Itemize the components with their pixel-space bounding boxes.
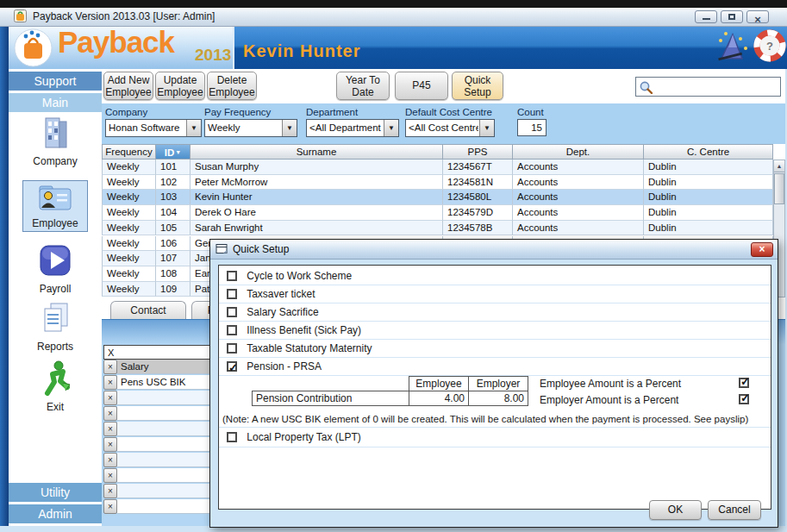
checkbox-statutory-maternity[interactable] xyxy=(227,343,237,354)
option-row: Local Property Tax (LPT) xyxy=(219,428,771,448)
chevron-down-icon[interactable] xyxy=(384,120,398,136)
pension-employee-value[interactable]: 4.00 xyxy=(409,391,469,406)
company-icon xyxy=(38,115,72,151)
chevron-down-icon[interactable] xyxy=(186,120,201,136)
checkbox-salary-sacrifice[interactable] xyxy=(227,307,237,317)
checkbox-employee-percent[interactable] xyxy=(739,378,749,388)
brand-name: Payback xyxy=(58,25,174,59)
delete-element-icon[interactable] xyxy=(103,437,117,452)
window-left-frame xyxy=(0,27,9,526)
count-label: Count xyxy=(517,107,544,117)
sidebar-section-support[interactable]: Support xyxy=(9,72,102,91)
pay-frequency-filter-label: Pay Frequency xyxy=(204,107,271,117)
table-row[interactable]: Weekly 102 Peter McMorrow 1234581N Accou… xyxy=(102,175,773,191)
column-header-id[interactable]: ID xyxy=(156,144,191,160)
chevron-down-icon[interactable] xyxy=(479,120,494,136)
update-employee-button[interactable]: Update Employee xyxy=(155,72,205,100)
tab-contact[interactable]: Contact xyxy=(110,301,186,319)
year-to-date-button[interactable]: Year To Date xyxy=(336,72,390,100)
company-filter-label: Company xyxy=(105,107,147,117)
ok-button[interactable]: OK xyxy=(649,500,702,520)
checkbox-employer-percent[interactable] xyxy=(739,394,749,404)
dialog-close-button[interactable] xyxy=(751,242,773,257)
delete-element-icon[interactable] xyxy=(103,422,117,436)
delete-element-icon[interactable] xyxy=(103,391,117,405)
chevron-down-icon[interactable] xyxy=(282,120,297,136)
scrollbar-thumb[interactable] xyxy=(774,173,784,204)
exit-icon xyxy=(37,359,73,397)
dialog-titlebar: Quick Setup xyxy=(210,240,778,260)
delete-element-icon[interactable] xyxy=(103,406,117,421)
pension-employer-value[interactable]: 8.00 xyxy=(468,391,528,406)
delete-element-icon[interactable] xyxy=(103,453,117,467)
table-row[interactable]: Weekly 104 Derek O Hare 1234579D Account… xyxy=(102,205,773,221)
add-new-employee-button[interactable]: Add New Employee xyxy=(103,72,153,100)
checkbox-taxsaver[interactable] xyxy=(227,289,237,299)
sidebar-section-utility[interactable]: Utility xyxy=(9,483,102,502)
delete-element-icon[interactable] xyxy=(103,375,117,390)
department-select[interactable]: <All Department xyxy=(306,119,399,137)
option-row: Pension - PRSA xyxy=(219,358,771,376)
filter-bar: Company Pay Frequency Department Default… xyxy=(102,103,787,144)
column-header-frequency[interactable]: Frequency xyxy=(102,144,156,160)
close-button[interactable] xyxy=(746,10,769,23)
column-header-surname[interactable]: Surname xyxy=(191,144,443,160)
header-banner: Payback 2013 Kevin Hunter ? xyxy=(9,27,787,69)
sidebar-item-company[interactable]: Company xyxy=(9,115,102,167)
sidebar-section-main[interactable]: Main xyxy=(9,93,102,112)
option-row: Taxsaver ticket xyxy=(219,285,771,304)
sidebar-item-label: Reports xyxy=(9,341,102,353)
pension-row-label: Pension Contribution xyxy=(252,391,409,406)
delete-element-icon[interactable] xyxy=(103,360,117,374)
sidebar-item-label: Employee xyxy=(23,217,87,229)
scroll-up-icon[interactable] xyxy=(774,160,784,172)
employer-percent-label: Employer Amount is a Percent xyxy=(540,394,678,406)
delete-element-icon[interactable] xyxy=(103,468,117,483)
column-header-pps[interactable]: PPS xyxy=(443,144,513,160)
sort-desc-icon xyxy=(174,147,181,158)
app-window: Payback Version 2013.03 [User: Admin] Pa… xyxy=(0,0,787,532)
sidebar-item-reports[interactable]: Reports xyxy=(9,300,102,353)
column-header-centre[interactable]: C. Centre xyxy=(644,144,773,160)
quick-setup-button[interactable]: Quick Setup xyxy=(452,72,503,100)
sidebar: Support Main Company Employee xyxy=(9,69,102,526)
company-select[interactable]: Honan Software xyxy=(105,119,202,137)
table-row-selected[interactable]: Weekly 103 Kevin Hunter 1234580L Account… xyxy=(102,190,773,205)
pension-col-employee: Employee xyxy=(409,376,469,391)
checkbox-illness-benefit[interactable] xyxy=(227,325,237,335)
sidebar-item-exit[interactable]: Exit xyxy=(9,359,102,413)
option-row: Illness Benefit (Sick Pay) xyxy=(219,322,771,340)
restore-button[interactable] xyxy=(721,10,743,23)
checkbox-lpt[interactable] xyxy=(227,432,237,442)
table-row[interactable]: Weekly 105 Sarah Enwright 1234578B Accou… xyxy=(102,221,773,236)
search-box xyxy=(635,77,781,97)
sidebar-item-label: Company xyxy=(9,155,102,167)
payroll-icon xyxy=(37,242,73,279)
quick-setup-dialog: Quick Setup Cycle to Work Scheme Taxsave… xyxy=(209,239,778,528)
checkbox-cycle-to-work[interactable] xyxy=(227,271,237,281)
form-icon xyxy=(215,243,228,255)
checkbox-pension-prsa[interactable] xyxy=(227,361,237,372)
delete-employee-button[interactable]: Delete Employee xyxy=(207,72,257,100)
cost-centre-select[interactable]: <All Cost Centre xyxy=(405,119,495,137)
minimize-button[interactable] xyxy=(695,10,717,23)
column-header-dept[interactable]: Dept. xyxy=(513,144,644,160)
sidebar-item-payroll[interactable]: Payroll xyxy=(9,242,102,295)
background-strip xyxy=(0,0,787,8)
search-input[interactable] xyxy=(655,78,778,95)
dialog-title: Quick Setup xyxy=(233,243,289,255)
svg-text:?: ? xyxy=(766,40,773,53)
sidebar-section-admin[interactable]: Admin xyxy=(9,504,102,523)
sidebar-item-employee[interactable]: Employee xyxy=(22,180,88,232)
app-icon xyxy=(14,9,27,22)
payback-logo-icon xyxy=(14,28,53,67)
help-icon[interactable]: ? xyxy=(752,28,787,65)
p45-button[interactable]: P45 xyxy=(395,72,448,100)
wizard-icon[interactable] xyxy=(714,30,750,66)
pay-frequency-select[interactable]: Weekly xyxy=(204,119,297,137)
delete-element-icon[interactable] xyxy=(103,499,117,514)
window-titlebar: Payback Version 2013.03 [User: Admin] xyxy=(0,8,787,27)
table-row[interactable]: Weekly 101 Susan Murphy 1234567T Account… xyxy=(102,160,773,175)
delete-element-icon[interactable] xyxy=(103,484,117,498)
cancel-button[interactable]: Cancel xyxy=(708,500,761,520)
